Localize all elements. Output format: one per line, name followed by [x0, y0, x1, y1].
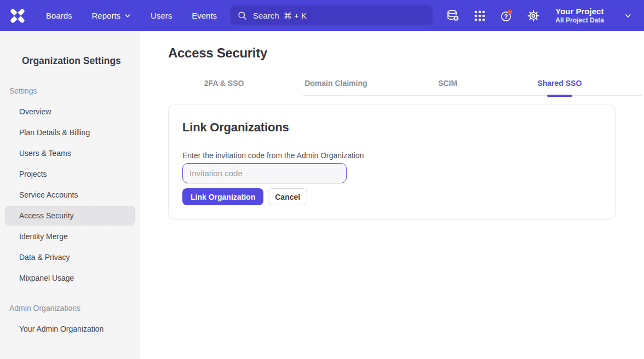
- sidebar-item-users-teams[interactable]: Users & Teams: [0, 143, 140, 164]
- sidebar-item-identity-merge[interactable]: Identity Merge: [0, 226, 140, 247]
- tab-domain-claiming[interactable]: Domain Claiming: [280, 79, 392, 95]
- nav-label: Reports: [92, 11, 121, 20]
- access-security-tabs: 2FA & SSO Domain Claiming SCIM Shared SS…: [168, 79, 616, 95]
- project-data-scope: All Project Data: [555, 16, 604, 25]
- sidebar-title: Organization Settings: [22, 55, 140, 67]
- top-navigation-bar: Boards Reports Users Events: [0, 0, 644, 31]
- nav-item-users[interactable]: Users: [151, 11, 172, 20]
- tab-scim[interactable]: SCIM: [392, 79, 504, 95]
- settings-gear-icon[interactable]: [527, 9, 540, 22]
- tab-2fa-sso[interactable]: 2FA & SSO: [168, 79, 280, 95]
- nav-label: Boards: [46, 11, 72, 20]
- tab-label: Domain Claiming: [304, 79, 367, 88]
- main-content: Access Security 2FA & SSO Domain Claimin…: [141, 45, 644, 219]
- tabs-divider: [303, 95, 642, 96]
- sidebar-section-settings: Settings: [9, 86, 140, 95]
- sidebar-item-service-accounts[interactable]: Service Accounts: [0, 184, 140, 205]
- tab-shared-sso[interactable]: Shared SSO: [504, 79, 616, 95]
- notification-badge: [508, 10, 512, 14]
- sidebar-item-your-admin-organization[interactable]: Your Admin Organization: [0, 319, 140, 339]
- sidebar-item-projects[interactable]: Projects: [0, 164, 140, 184]
- sidebar-item-plan-details-billing[interactable]: Plan Details & Billing: [0, 122, 140, 143]
- chevron-down-icon[interactable]: [624, 12, 632, 20]
- sidebar-item-overview[interactable]: Overview: [0, 101, 140, 122]
- invitation-code-description: Enter the invitation code from the Admin…: [182, 151, 601, 160]
- mixpanel-logo-icon[interactable]: [9, 8, 26, 24]
- nav-item-reports[interactable]: Reports: [92, 11, 131, 20]
- link-organizations-card: Link Organizations Enter the invitation …: [168, 105, 616, 219]
- active-tab-indicator: [547, 95, 572, 97]
- data-management-icon[interactable]: [446, 9, 459, 22]
- card-title: Link Organizations: [182, 120, 601, 135]
- tab-label: Shared SSO: [537, 79, 582, 88]
- tab-label: 2FA & SSO: [204, 79, 244, 88]
- card-actions: Link Organization Cancel: [182, 188, 601, 205]
- primary-nav: Boards Reports Users Events: [46, 11, 217, 20]
- invitation-code-input[interactable]: [182, 163, 347, 183]
- sidebar-item-data-privacy[interactable]: Data & Privacy: [0, 247, 140, 268]
- project-name: Your Project: [555, 7, 604, 16]
- search-input[interactable]: [253, 11, 433, 20]
- cancel-button[interactable]: Cancel: [268, 188, 307, 205]
- global-search-bar[interactable]: [230, 5, 433, 25]
- sidebar-item-access-security[interactable]: Access Security: [5, 206, 135, 225]
- nav-item-boards[interactable]: Boards: [46, 11, 72, 20]
- chevron-down-icon: [124, 13, 131, 19]
- page-title: Access Security: [168, 45, 644, 61]
- topbar-right-controls: ? Your Project All Project Data: [446, 0, 632, 31]
- project-switcher[interactable]: Your Project All Project Data: [555, 7, 604, 25]
- settings-sidebar: Organization Settings Settings Overview …: [0, 31, 140, 359]
- sidebar-section-admin-organizations: Admin Organizations: [9, 304, 140, 312]
- tab-label: SCIM: [438, 79, 457, 88]
- nav-label: Events: [192, 11, 217, 20]
- help-icon[interactable]: ?: [500, 9, 513, 22]
- apps-grid-icon[interactable]: [473, 9, 486, 22]
- svg-text:?: ?: [504, 13, 508, 20]
- sidebar-item-mixpanel-usage[interactable]: Mixpanel Usage: [0, 268, 140, 288]
- nav-label: Users: [151, 11, 172, 20]
- search-icon: [237, 10, 248, 21]
- nav-item-events[interactable]: Events: [192, 11, 217, 20]
- link-organization-button[interactable]: Link Organization: [182, 188, 263, 205]
